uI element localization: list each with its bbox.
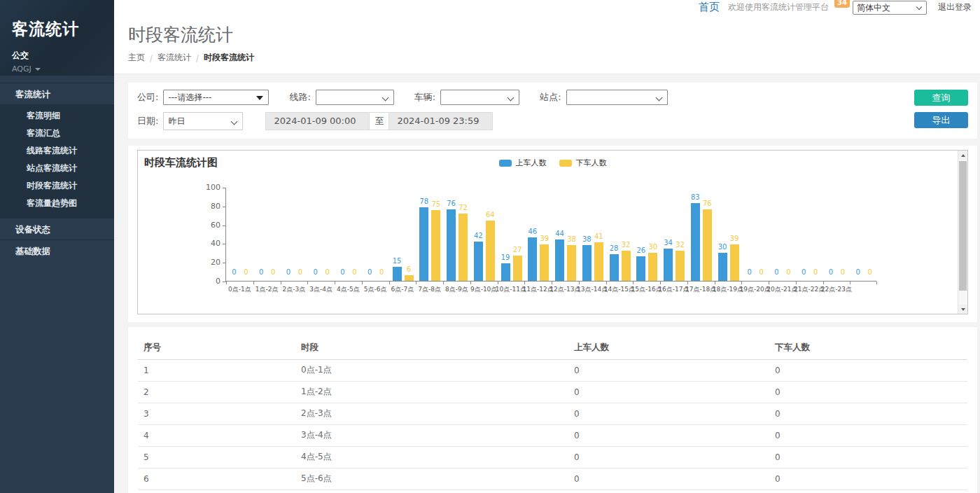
x-axis-tick-label: 22点-23点 [819,285,855,294]
bar-value-label: 76 [696,200,718,207]
x-axis-tick [579,282,580,284]
bar-on-11[interactable] [528,237,537,281]
sidebar-section-base-data[interactable]: 基础数据 [0,239,114,261]
table-cell: 0 [769,425,967,447]
date-range-select[interactable]: 昨日 [163,112,243,130]
table-cell: 15 [568,490,769,493]
station-select[interactable] [566,90,668,105]
breadcrumb-parent[interactable]: 客流统计 [158,52,191,64]
sidebar-subitem-1[interactable]: 客流汇总 [0,125,114,142]
company-select[interactable]: ---请选择--- [163,90,269,105]
breadcrumb-separator: / [196,53,199,63]
y-axis-tick-label: 60 [198,221,220,230]
bar-value-label: 32 [669,241,691,249]
bar-off-16[interactable] [676,251,685,281]
x-axis-tick [876,282,877,284]
logout-link[interactable]: 退出登录 [938,1,972,13]
table-header-row: 序号时段上车人数下车人数 [138,337,967,360]
bar-off-11[interactable] [540,244,549,281]
content: 公司: ---请选择--- 线路: 车辆: 站点: [114,74,980,493]
bar-on-15[interactable] [636,256,645,281]
time-period-table: 序号时段上车人数下车人数 10点-1点0021点-2点0032点-3点0043点… [138,337,967,493]
page-title: 时段客流统计 [128,23,980,46]
vehicle-select[interactable] [440,90,519,105]
language-select[interactable]: 简体中文 [853,1,927,15]
sidebar-subitem-2[interactable]: 线路客流统计 [0,142,114,160]
sidebar-subitem-5[interactable]: 客流量趋势图 [0,195,114,212]
main-area: 首页 欢迎使用客流统计管理平台 34 简体中文 退出登录 时段客流统计 主页 /… [114,0,980,493]
x-axis-tick [524,282,525,284]
table-cell: 0 [568,425,769,447]
export-button[interactable]: 导出 [914,112,968,128]
date-end-input[interactable] [388,112,493,130]
bar-on-17[interactable] [691,203,700,281]
legend-item[interactable]: 上车人数 [499,158,547,168]
bar-on-12[interactable] [555,239,564,281]
y-axis-tick-label: 40 [198,239,220,248]
query-button[interactable]: 查询 [914,90,968,106]
legend-item[interactable]: 下车人数 [559,158,607,168]
table-cell: 0 [769,382,967,403]
line-select[interactable] [316,90,394,105]
x-axis-tick [389,282,390,284]
bar-off-18[interactable] [730,244,739,281]
table-cell: 0 [769,468,967,490]
bar-on-8[interactable] [447,209,456,281]
company-select-wrap: ---请选择--- [163,90,269,105]
date-start-input[interactable] [265,112,370,130]
scroll-up-arrow-icon[interactable] [958,151,967,160]
sidebar-section-passenger-stats[interactable]: 客流统计 [0,83,114,104]
bar-off-14[interactable] [622,251,631,281]
scrollbar-thumb[interactable] [959,161,967,291]
bar-off-13[interactable] [594,242,603,281]
chart-scrollbar[interactable] [958,151,967,314]
bar-on-10[interactable] [501,263,510,281]
bar-on-16[interactable] [664,249,673,281]
table-row: 10点-1点00 [138,360,967,382]
bar-on-9[interactable] [474,242,483,281]
table-body: 10点-1点0021点-2点0032点-3点0043点-4点0054点-5点00… [138,360,967,493]
bar-off-7[interactable] [431,210,440,281]
bar-off-9[interactable] [486,221,495,281]
table-header-0: 序号 [138,337,295,360]
bar-off-10[interactable] [513,256,522,281]
bar-off-8[interactable] [458,214,468,281]
x-axis-tick [552,282,552,284]
bar-on-18[interactable] [718,253,727,281]
table-cell: 0 [769,447,967,468]
bar-off-17[interactable] [703,209,712,281]
x-axis-tick [660,282,661,284]
bar-on-13[interactable] [582,245,592,281]
sidebar-subitem-0[interactable]: 客流明细 [0,107,114,125]
org-selector[interactable]: AQGJ [12,64,114,74]
sidebar-subitem-4[interactable]: 时段客流统计 [0,177,114,195]
bar-on-14[interactable] [610,254,619,281]
home-link[interactable]: 首页 [699,1,720,14]
y-axis-tick-label: 100 [198,183,220,192]
bar-off-15[interactable] [648,253,657,281]
x-axis-tick [335,282,335,284]
sidebar-section-device-status[interactable]: 设备状态 [0,218,114,239]
topbar: 首页 欢迎使用客流统计管理平台 34 简体中文 退出登录 [114,0,980,15]
breadcrumb-home[interactable]: 主页 [128,52,145,64]
filter-row-2: 日期: 昨日 至 [137,111,968,130]
sidebar-subitem-3[interactable]: 站点客流统计 [0,160,114,177]
date-range-group: 至 [265,112,493,130]
x-axis-tick [687,282,688,284]
y-axis-tick [223,263,226,263]
table-cell: 4点-5点 [295,447,568,468]
bar-value-label: 0 [859,268,881,276]
table-header-2: 上车人数 [568,337,769,360]
chart-panel: 时段车流统计图 上车人数下车人数 020406080100000点-1点001点… [128,146,977,322]
table-cell: 3点-4点 [295,425,568,447]
bar-on-7[interactable] [419,207,428,281]
x-axis-tick [307,282,308,284]
date-to-label: 至 [370,112,388,130]
station-select-wrap [566,90,668,105]
x-axis-tick [443,282,444,284]
bar-off-6[interactable] [405,275,414,281]
bar-off-12[interactable] [567,245,576,281]
legend-swatch-icon [559,160,572,167]
scroll-down-arrow-icon[interactable] [958,305,967,314]
table-cell: 6 [769,490,967,493]
